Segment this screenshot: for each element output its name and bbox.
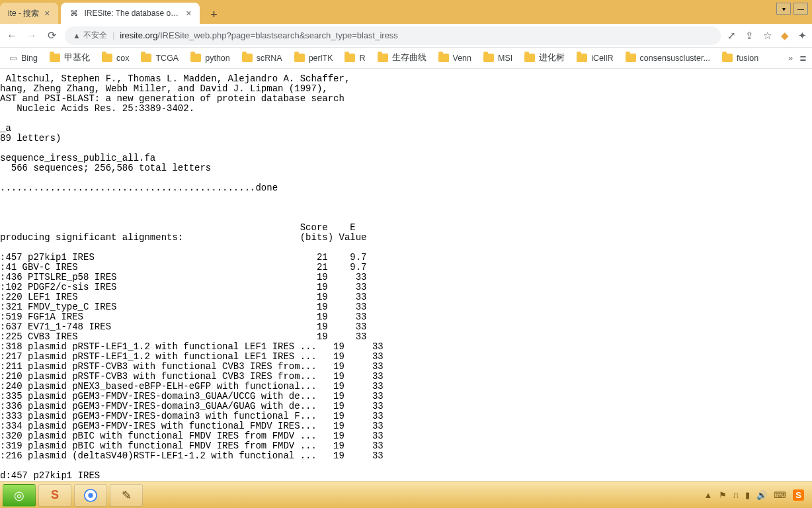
bookmark-item[interactable]: TCGA — [137, 50, 183, 66]
translate-icon[interactable]: ⤢ — [727, 30, 736, 42]
window-chevron-button[interactable]: ▾ — [776, 3, 791, 15]
taskbar-app-chrome[interactable] — [74, 484, 107, 507]
tray-flag-icon[interactable]: ⚑ — [719, 490, 727, 500]
folder-icon — [577, 54, 587, 62]
bookmark-label: 进化树 — [539, 52, 565, 64]
bookmark-item[interactable]: MSI — [479, 50, 516, 66]
folder-icon — [50, 54, 60, 62]
folder-icon — [190, 54, 201, 62]
folder-icon — [242, 54, 253, 62]
folder-icon — [141, 54, 151, 62]
address-bar: ← → ⟳ ▲ 不安全 | iresite.org/IRESite_web.ph… — [0, 24, 812, 48]
tab-title: ite - 搜索 — [8, 8, 39, 19]
bookmarks-overflow-icon[interactable]: » — [788, 54, 793, 63]
tab-title: IRESite: The database of exper — [85, 9, 181, 18]
bookmark-item[interactable]: 甲基化 — [46, 50, 94, 66]
page-icon: ▭ — [9, 53, 17, 63]
taskbar-app-notepad[interactable]: ✎ — [110, 484, 143, 507]
url-input[interactable]: ▲ 不安全 | iresite.org/IRESite_web.php?page… — [65, 26, 721, 45]
taskbar-app-snagit[interactable]: S — [38, 484, 71, 507]
bookmark-item[interactable]: perlTK — [290, 50, 337, 66]
folder-icon — [722, 54, 733, 62]
close-icon[interactable]: × — [186, 8, 191, 19]
folder-icon — [102, 54, 112, 62]
folder-icon — [438, 54, 449, 62]
tray-network-icon[interactable]: ▮ — [745, 490, 750, 500]
bookmark-label: Venn — [453, 54, 472, 63]
bookmark-label: consensuscluster... — [640, 54, 710, 63]
bookmark-item[interactable]: 进化树 — [520, 50, 569, 66]
tray-sogou-icon[interactable]: S — [793, 489, 804, 501]
bookmark-label: scRNA — [257, 54, 282, 63]
bookmark-label: R — [359, 54, 365, 63]
bookmark-item[interactable]: scRNA — [238, 50, 286, 66]
tray-ime-icon[interactable]: ⌨ — [774, 490, 786, 500]
bookmark-item[interactable]: fusion — [718, 50, 762, 66]
forward-button: → — [25, 30, 38, 42]
blast-output: Altschul, Stephen F., Thomas L. Madden, … — [0, 74, 812, 481]
folder-icon — [524, 54, 535, 62]
bookmark-item[interactable]: python — [186, 50, 234, 66]
reading-list-icon[interactable]: ≣ — [799, 53, 807, 63]
folder-icon — [345, 54, 355, 62]
bookmark-label: perlTK — [309, 54, 333, 63]
share-icon[interactable]: ⇪ — [745, 30, 754, 42]
bookmark-label: Bing — [21, 54, 38, 63]
tab-inactive[interactable]: ite - 搜索 × — [0, 3, 58, 24]
tab-strip: ite - 搜索 × ⌘ IRESite: The database of ex… — [0, 0, 812, 24]
bookmark-item[interactable]: R — [341, 50, 369, 66]
bookmark-item[interactable]: cox — [98, 50, 133, 66]
tray-device-icon[interactable]: ⎍ — [733, 490, 739, 500]
bookmark-item[interactable]: ▭Bing — [5, 50, 42, 66]
tab-active[interactable]: ⌘ IRESite: The database of exper × — [61, 3, 200, 24]
bookmark-item[interactable]: iCellR — [573, 50, 617, 66]
back-button[interactable]: ← — [5, 30, 19, 42]
bookmark-label: MSI — [498, 54, 512, 63]
system-tray: ▲ ⚑ ⎍ ▮ 🔊 ⌨ S — [704, 489, 809, 501]
warning-icon: ▲ — [73, 31, 81, 40]
folder-icon — [378, 54, 388, 62]
star-icon[interactable]: ☆ — [763, 30, 772, 42]
bookmark-item[interactable]: consensuscluster... — [622, 50, 714, 66]
favicon-icon: ⌘ — [69, 8, 79, 19]
taskbar: ◎ S ✎ ▲ ⚑ ⎍ ▮ 🔊 ⌨ S — [0, 482, 812, 508]
reload-button[interactable]: ⟳ — [45, 29, 58, 42]
bookmark-item[interactable]: 生存曲线 — [374, 50, 430, 66]
extensions-icon[interactable]: ✦ — [798, 30, 807, 42]
folder-icon — [294, 54, 305, 62]
page-content: Altschul, Stephen F., Thomas L. Madden, … — [0, 69, 812, 482]
bookmark-label: 甲基化 — [64, 52, 90, 64]
bookmark-label: TCGA — [155, 54, 179, 63]
bookmark-label: cox — [116, 54, 129, 63]
close-icon[interactable]: × — [44, 8, 50, 19]
url-text: iresite.org/IRESite_web.php?page=blastse… — [120, 30, 398, 40]
bookmark-label: fusion — [737, 54, 758, 63]
tray-overflow-icon[interactable]: ▲ — [704, 490, 712, 500]
insecure-label: 不安全 — [83, 30, 107, 41]
bookmark-label: 生存曲线 — [392, 52, 426, 64]
bookmark-label: iCellR — [591, 54, 613, 63]
tray-volume-icon[interactable]: 🔊 — [756, 490, 767, 500]
bookmark-bar: ▭Bing甲基化coxTCGApythonscRNAperlTKR生存曲线Ven… — [0, 48, 812, 69]
folder-icon — [626, 54, 636, 62]
new-tab-button[interactable]: + — [205, 5, 223, 24]
bookmark-label: python — [205, 54, 230, 63]
start-button[interactable]: ◎ — [3, 484, 36, 507]
insecure-badge: ▲ 不安全 — [73, 30, 107, 41]
window-minimize-button[interactable]: — — [793, 3, 808, 15]
extension-icon[interactable]: ◆ — [781, 30, 789, 42]
folder-icon — [483, 54, 494, 62]
bookmark-item[interactable]: Venn — [434, 50, 476, 66]
svg-point-1 — [88, 493, 93, 497]
